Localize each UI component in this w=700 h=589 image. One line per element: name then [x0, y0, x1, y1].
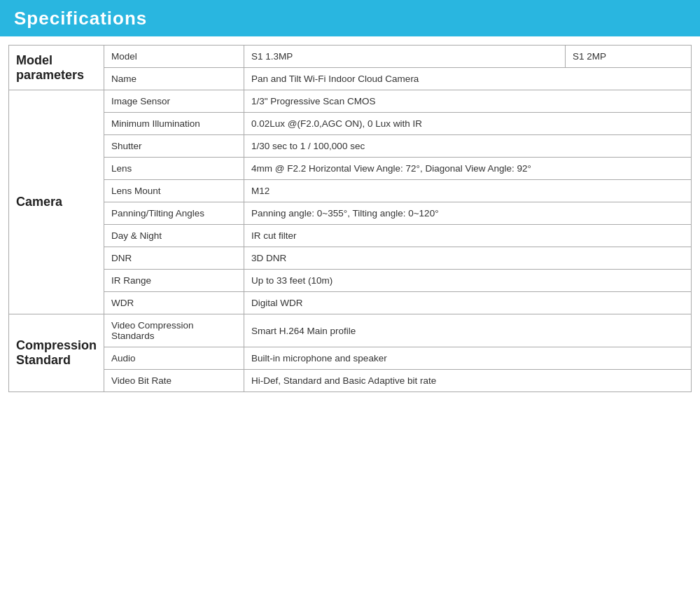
- table-row: Day & NightIR cut filter: [9, 225, 692, 247]
- table-row: Lens4mm @ F2.2 Horizontal View Angle: 72…: [9, 158, 692, 180]
- param-cell: Day & Night: [104, 225, 244, 247]
- param-cell: Lens Mount: [104, 180, 244, 202]
- param-cell: Name: [104, 68, 244, 90]
- page-title: Specifications: [14, 8, 147, 29]
- table-row: NamePan and Tilt Wi-Fi Indoor Cloud Came…: [9, 68, 692, 90]
- table-row: Lens MountM12: [9, 180, 692, 202]
- param-cell: Audio: [104, 347, 244, 370]
- table-row: Model parametersModelS1 1.3MPS1 2MP: [9, 46, 692, 68]
- param-cell: Video Compression Standards: [104, 314, 244, 347]
- specs-table: Model parametersModelS1 1.3MPS1 2MPNameP…: [8, 45, 692, 392]
- value-cell: 1/30 sec to 1 / 100,000 sec: [244, 135, 692, 158]
- table-row: CameraImage Sensor1/3" Progressive Scan …: [9, 90, 692, 113]
- value-cell: Pan and Tilt Wi-Fi Indoor Cloud Camera: [244, 68, 692, 90]
- param-cell: IR Range: [104, 270, 244, 292]
- param-cell: Shutter: [104, 135, 244, 158]
- table-row: AudioBuilt-in microphone and speaker: [9, 347, 692, 370]
- value-cell: Hi-Def, Standard and Basic Adaptive bit …: [244, 370, 692, 392]
- category-cell: Camera: [9, 90, 104, 314]
- value-cell: Smart H.264 Main profile: [244, 314, 692, 347]
- page-header: Specifications: [0, 0, 700, 36]
- value-cell: M12: [244, 180, 692, 202]
- value-cell: Up to 33 feet (10m): [244, 270, 692, 292]
- table-row: Minimum Illumination0.02Lux @(F2.0,AGC O…: [9, 113, 692, 135]
- value-cell: Panning angle: 0~355°, Tilting angle: 0~…: [244, 202, 692, 225]
- table-row: Shutter1/30 sec to 1 / 100,000 sec: [9, 135, 692, 158]
- table-row: Panning/Tilting AnglesPanning angle: 0~3…: [9, 202, 692, 225]
- value-cell: 3D DNR: [244, 247, 692, 270]
- param-cell: Lens: [104, 158, 244, 180]
- category-cell: Compression Standard: [9, 314, 104, 392]
- table-row: IR RangeUp to 33 feet (10m): [9, 270, 692, 292]
- param-cell: WDR: [104, 292, 244, 314]
- table-row: WDRDigital WDR: [9, 292, 692, 314]
- table-row: DNR3D DNR: [9, 247, 692, 270]
- value-cell: 1/3" Progressive Scan CMOS: [244, 90, 692, 113]
- param-cell: Model: [104, 46, 244, 68]
- value-cell: Digital WDR: [244, 292, 692, 314]
- value-cell: IR cut filter: [244, 225, 692, 247]
- param-cell: Image Sensor: [104, 90, 244, 113]
- value-cell: 0.02Lux @(F2.0,AGC ON), 0 Lux with IR: [244, 113, 692, 135]
- category-cell: Model parameters: [9, 46, 104, 90]
- param-cell: Panning/Tilting Angles: [104, 202, 244, 225]
- table-row: Video Bit RateHi-Def, Standard and Basic…: [9, 370, 692, 392]
- table-row: Compression StandardVideo Compression St…: [9, 314, 692, 347]
- value-cell: 4mm @ F2.2 Horizontal View Angle: 72°, D…: [244, 158, 692, 180]
- specs-table-container: Model parametersModelS1 1.3MPS1 2MPNameP…: [0, 36, 700, 401]
- param-cell: DNR: [104, 247, 244, 270]
- value-cell: Built-in microphone and speaker: [244, 347, 692, 370]
- param-cell: Video Bit Rate: [104, 370, 244, 392]
- param-cell: Minimum Illumination: [104, 113, 244, 135]
- value2-cell: S1 2MP: [566, 46, 692, 68]
- value-cell: S1 1.3MP: [244, 46, 566, 68]
